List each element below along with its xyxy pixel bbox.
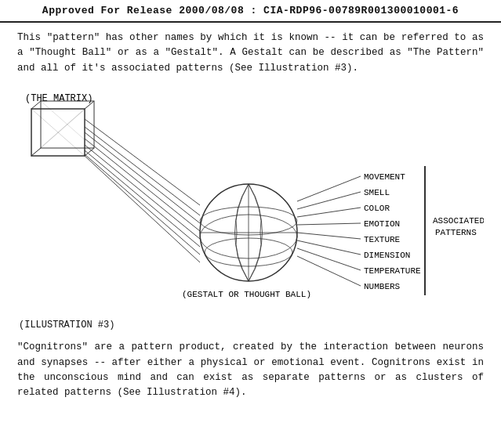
- svg-line-23: [85, 156, 200, 262]
- label-dimension: DIMENSION: [364, 251, 410, 260]
- paragraph-1: This "pattern" has other names by which …: [17, 31, 484, 76]
- svg-line-30: [297, 248, 361, 270]
- paragraph-2: "Cognitrons" are a pattern product, crea…: [17, 340, 484, 401]
- svg-line-28: [297, 233, 361, 239]
- illustration-label: (ILLUSTRATION #3): [19, 320, 484, 331]
- svg-line-19: [85, 139, 200, 231]
- svg-line-22: [85, 154, 200, 255]
- svg-line-17: [85, 127, 200, 215]
- svg-line-29: [297, 240, 361, 255]
- page: Approved For Release 2000/08/08 : CIA-RD…: [0, 0, 501, 448]
- illustration-3: (THE MATRIX): [17, 84, 484, 331]
- matrix-label: (THE MATRIX): [25, 93, 93, 104]
- svg-line-26: [297, 208, 361, 217]
- svg-line-27: [297, 223, 361, 225]
- svg-line-21: [85, 150, 200, 247]
- svg-line-31: [297, 256, 361, 286]
- svg-line-25: [297, 192, 361, 209]
- illustration-svg: (THE MATRIX): [17, 84, 484, 315]
- gestalt-label: (GESTALT OR THOUGHT BALL): [182, 290, 311, 299]
- label-smell: SMELL: [364, 188, 390, 197]
- label-emotion: EMOTION: [364, 219, 400, 229]
- document-header: Approved For Release 2000/08/08 : CIA-RD…: [0, 0, 501, 23]
- label-color: COLOR: [364, 204, 390, 213]
- label-texture: TEXTURE: [364, 235, 401, 244]
- assoc-label-1: ASSOCIATED: [433, 216, 484, 226]
- label-temperature: TEMPERATURE: [364, 266, 421, 276]
- assoc-label-2: PATTERNS: [435, 228, 477, 237]
- svg-line-24: [297, 176, 361, 201]
- header-text: Approved For Release 2000/08/08 : CIA-RD…: [42, 5, 459, 16]
- page-content: This "pattern" has other names by which …: [0, 23, 501, 417]
- label-movement: MOVEMENT: [364, 172, 405, 182]
- label-numbers: NUMBERS: [364, 282, 401, 291]
